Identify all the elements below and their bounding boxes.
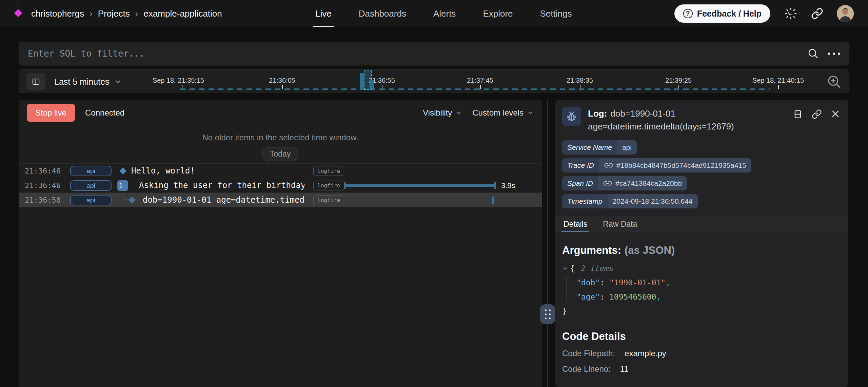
theme-toggle-icon[interactable] bbox=[784, 7, 797, 20]
tab-explore[interactable]: Explore bbox=[483, 0, 513, 27]
tab-live[interactable]: Live bbox=[315, 0, 332, 27]
pill-label: Trace ID bbox=[562, 158, 599, 172]
timestamp-pill[interactable]: Timestamp 2024-09-18 21:36:50.644 bbox=[562, 194, 698, 208]
code-filepath-label: Code Filepath: bbox=[562, 349, 615, 358]
custom-levels-dropdown[interactable]: Custom levels bbox=[472, 108, 534, 118]
tab-alerts[interactable]: Alerts bbox=[433, 0, 456, 27]
timeline-bar: Last 5 minutes Sep 18, 21:35:15 21:36:05… bbox=[19, 69, 849, 93]
breadcrumb-project-name[interactable]: example-application bbox=[143, 8, 222, 19]
details-title-prefix: Log: bbox=[588, 108, 607, 119]
feedback-help-button[interactable]: ? Feedback / Help bbox=[674, 4, 770, 23]
span-row[interactable]: 21:36:46 api 1− Asking the user for thei… bbox=[19, 178, 542, 192]
timeline-tick-label: 21:39:25 bbox=[665, 77, 692, 84]
details-title: Log:dob=1990-01-01 age=datetime.timedelt… bbox=[588, 107, 786, 133]
timeline-tick-label: 21:38:35 bbox=[567, 77, 593, 84]
zoom-in-icon[interactable] bbox=[827, 74, 842, 89]
json-number-value: 1095465600 bbox=[609, 292, 656, 301]
json-key: "age" bbox=[576, 292, 600, 301]
time-range-label: Last 5 minutes bbox=[54, 77, 110, 87]
share-link-icon[interactable] bbox=[811, 7, 823, 20]
sidebar-toggle-button[interactable] bbox=[26, 73, 45, 90]
json-key: "dob" bbox=[576, 278, 600, 287]
pill-value: api bbox=[617, 143, 637, 151]
logfire-app: christophergs › Projects › example-appli… bbox=[0, 0, 868, 387]
arguments-heading-main: Arguments: bbox=[562, 244, 621, 256]
json-comma: , bbox=[656, 292, 661, 301]
details-title-line1: Log:dob=1990-01-01 bbox=[588, 107, 786, 120]
logfire-tag[interactable]: logfire bbox=[313, 166, 344, 176]
json-colon: : bbox=[600, 278, 605, 287]
span-message: Asking the user for their birthday bbox=[139, 178, 304, 193]
timeline-tick bbox=[778, 85, 779, 89]
close-icon[interactable] bbox=[831, 109, 840, 133]
time-range-dropdown[interactable]: Last 5 minutes bbox=[54, 70, 122, 94]
pill-label: Timestamp bbox=[562, 194, 608, 208]
breadcrumb-projects[interactable]: Projects bbox=[98, 8, 130, 19]
json-entry: "dob": "1990-01-01", bbox=[576, 276, 840, 290]
arguments-heading-suffix: (as JSON) bbox=[625, 244, 675, 256]
logfire-tag[interactable]: logfire bbox=[313, 195, 344, 205]
more-options-icon[interactable] bbox=[828, 53, 840, 55]
details-title-line2: age=datetime.timedelta(days=12679) bbox=[588, 120, 786, 133]
log-time: 21:36:46 bbox=[25, 178, 61, 193]
tab-dashboards[interactable]: Dashboards bbox=[359, 0, 406, 27]
visibility-dropdown[interactable]: Visibility bbox=[423, 108, 462, 118]
logfire-logo-icon[interactable] bbox=[14, 9, 22, 17]
json-string-value: "1990-01-01" bbox=[609, 278, 666, 287]
span-id-pill[interactable]: Span ID #ca741384ca2a20bb bbox=[562, 176, 687, 190]
span-duration-label: 3.9s bbox=[501, 178, 515, 193]
tab-details[interactable]: Details bbox=[564, 216, 587, 232]
split-view-icon[interactable] bbox=[793, 109, 803, 133]
feedback-help-label: Feedback / Help bbox=[697, 9, 762, 19]
json-viewer: { 2 items "dob": "1990-01-01", "age": 10… bbox=[562, 261, 840, 318]
collapse-toggle-badge[interactable]: 1− bbox=[117, 180, 128, 191]
tab-raw-data[interactable]: Raw Data bbox=[603, 216, 637, 232]
pill-value: #18b84cb4847b5d574c4ad9121935a415 bbox=[599, 161, 751, 170]
logfire-tag[interactable]: logfire bbox=[313, 181, 344, 190]
pill-value: #ca741384ca2a20bb bbox=[598, 179, 687, 188]
tree-connector bbox=[123, 190, 130, 200]
log-details-panel: Log:dob=1990-01-01 age=datetime.timedelt… bbox=[555, 100, 848, 387]
live-view-panel: Stop live Connected Visibility Custom le… bbox=[19, 100, 542, 387]
code-filepath-row: Code Filepath:example.py bbox=[562, 349, 840, 358]
service-badge[interactable]: api bbox=[70, 180, 112, 191]
breadcrumb-separator-icon: › bbox=[135, 8, 138, 19]
chevron-down-icon bbox=[114, 78, 122, 85]
timeline-tick-label: Sep 18, 21:40:15 bbox=[752, 77, 804, 84]
panel-resize-handle[interactable] bbox=[540, 304, 555, 324]
log-row-selected[interactable]: 21:36:50 api dob=1990-01-01 age=datetime… bbox=[19, 192, 542, 207]
code-lineno-row: Code Lineno:11 bbox=[562, 364, 840, 374]
code-lineno-label: Code Lineno: bbox=[562, 364, 611, 373]
sql-filter-bar bbox=[19, 42, 849, 65]
tab-settings[interactable]: Settings bbox=[540, 0, 572, 27]
custom-levels-label: Custom levels bbox=[472, 108, 524, 118]
copy-link-icon[interactable] bbox=[812, 109, 822, 133]
details-tabstrip: Details Raw Data bbox=[555, 216, 848, 232]
connection-status: Connected bbox=[85, 108, 124, 118]
service-name-pill[interactable]: Service Name api bbox=[562, 140, 637, 155]
trace-id-pill[interactable]: Trace ID #18b84cb4847b5d574c4ad9121935a4… bbox=[562, 158, 751, 172]
timeline-baseline bbox=[180, 88, 770, 90]
user-avatar[interactable] bbox=[837, 5, 854, 22]
sql-filter-input[interactable] bbox=[28, 48, 807, 59]
log-time-marker bbox=[492, 197, 494, 204]
collapse-chevron-icon bbox=[562, 266, 568, 271]
service-badge[interactable]: api bbox=[70, 166, 112, 176]
stop-live-button[interactable]: Stop live bbox=[27, 104, 75, 122]
search-icon[interactable] bbox=[807, 48, 819, 59]
code-lineno-value: 11 bbox=[620, 364, 629, 373]
open-brace: { bbox=[570, 261, 575, 276]
histogram-bar[interactable] bbox=[370, 80, 374, 89]
log-row[interactable]: 21:36:46 api Hello, world! logfire bbox=[19, 163, 542, 178]
nav-tabs: Live Dashboards Alerts Explore Settings bbox=[315, 0, 572, 27]
breadcrumb-org[interactable]: christophergs bbox=[31, 8, 84, 19]
log-message: dob=1990-01-01 age=datetime.timede bbox=[143, 193, 304, 207]
breadcrumb-separator-icon: › bbox=[90, 8, 93, 19]
json-comma: , bbox=[666, 278, 670, 287]
json-root-line[interactable]: { 2 items bbox=[562, 261, 840, 276]
code-details-heading: Code Details bbox=[562, 330, 840, 343]
today-button[interactable]: Today bbox=[262, 147, 298, 161]
details-title-text1: dob=1990-01-01 bbox=[610, 108, 675, 119]
service-badge[interactable]: api bbox=[70, 195, 112, 205]
chevron-down-icon bbox=[455, 109, 462, 116]
